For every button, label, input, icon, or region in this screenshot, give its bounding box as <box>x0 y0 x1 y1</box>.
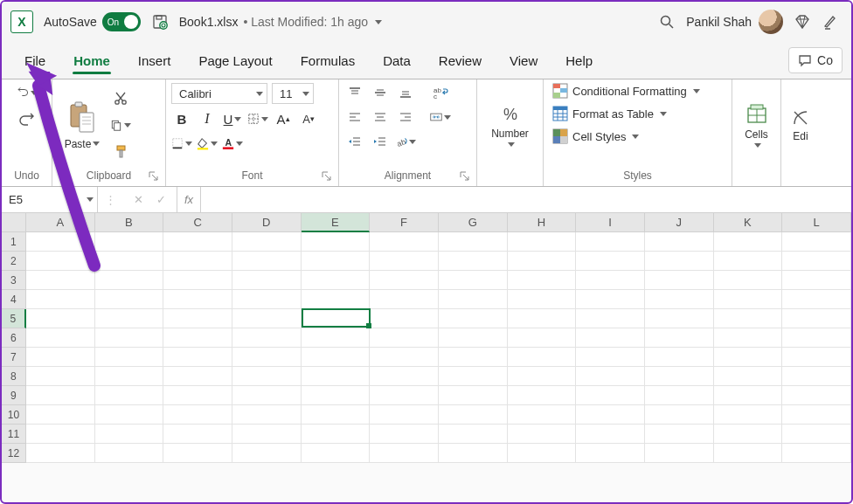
bottom-border-button[interactable] <box>171 134 192 153</box>
cell[interactable] <box>576 425 645 444</box>
paste-button[interactable]: Paste <box>58 100 107 150</box>
merge-center-button[interactable] <box>430 107 451 127</box>
cell[interactable] <box>26 348 95 367</box>
cell[interactable] <box>302 444 371 463</box>
cell[interactable] <box>95 309 164 328</box>
cell[interactable] <box>439 232 508 252</box>
dialog-launcher-icon[interactable] <box>459 170 471 183</box>
cell[interactable] <box>576 252 645 271</box>
orientation-button[interactable]: ab <box>395 132 416 151</box>
cell[interactable] <box>439 252 508 271</box>
dialog-launcher-icon[interactable] <box>321 170 333 183</box>
cell[interactable] <box>163 232 232 252</box>
cell[interactable] <box>645 367 714 386</box>
cell[interactable] <box>714 367 783 386</box>
cell[interactable] <box>645 290 714 309</box>
font-size-select[interactable]: 11 <box>272 83 314 104</box>
cell[interactable] <box>302 309 371 328</box>
cell[interactable] <box>302 232 371 252</box>
cell[interactable] <box>714 348 783 367</box>
cell[interactable] <box>232 309 302 328</box>
cell[interactable] <box>782 348 851 367</box>
number-format-button[interactable]: % Number <box>486 104 535 147</box>
tab-formulas[interactable]: Formulas <box>287 45 370 76</box>
redo-button[interactable] <box>17 111 38 130</box>
decrease-font-button[interactable]: A▾ <box>298 109 319 128</box>
cell[interactable] <box>95 252 164 271</box>
align-left-button[interactable] <box>344 107 365 127</box>
cell[interactable] <box>163 386 232 405</box>
cell[interactable] <box>576 290 645 309</box>
font-name-select[interactable]: Calibri <box>171 83 267 104</box>
cell[interactable] <box>645 444 714 463</box>
tab-file[interactable]: File <box>10 45 59 76</box>
format-painter-button[interactable] <box>110 142 131 161</box>
cell[interactable] <box>645 328 714 348</box>
fx-label[interactable]: fx <box>177 187 201 212</box>
cell[interactable] <box>508 271 577 290</box>
row-header[interactable]: 6 <box>2 328 26 348</box>
cell[interactable] <box>302 271 371 290</box>
cell[interactable] <box>95 444 164 463</box>
cell[interactable] <box>26 252 95 271</box>
cell[interactable] <box>26 386 95 405</box>
tab-view[interactable]: View <box>496 45 551 76</box>
cell[interactable] <box>714 386 783 405</box>
cell[interactable] <box>576 405 645 425</box>
formula-input[interactable] <box>201 187 851 212</box>
cell[interactable] <box>508 425 577 444</box>
column-header[interactable]: F <box>370 213 439 232</box>
align-center-button[interactable] <box>370 107 391 127</box>
cell[interactable] <box>26 444 95 463</box>
cell[interactable] <box>576 367 645 386</box>
cell[interactable] <box>714 405 783 425</box>
cell[interactable] <box>302 328 371 348</box>
row-header[interactable]: 2 <box>2 252 26 271</box>
cell[interactable] <box>232 232 302 252</box>
cell[interactable] <box>576 348 645 367</box>
cell[interactable] <box>439 405 508 425</box>
row-header[interactable]: 4 <box>2 290 26 309</box>
cell[interactable] <box>508 348 577 367</box>
cell[interactable] <box>370 348 439 367</box>
cell[interactable] <box>95 328 164 348</box>
cell[interactable] <box>576 271 645 290</box>
cell[interactable] <box>95 232 164 252</box>
cell[interactable] <box>508 444 577 463</box>
cell[interactable] <box>302 425 371 444</box>
copilot-diamond-icon[interactable] <box>794 13 811 31</box>
spreadsheet-grid[interactable]: ABCDEFGHIJKL 123456789101112 <box>2 213 851 463</box>
cell[interactable] <box>302 405 371 425</box>
cell[interactable] <box>370 405 439 425</box>
cell[interactable] <box>782 405 851 425</box>
cell[interactable] <box>782 444 851 463</box>
cell[interactable] <box>508 252 577 271</box>
row-header[interactable]: 5 <box>2 309 26 328</box>
cell[interactable] <box>26 290 95 309</box>
autosave-toggle[interactable]: On <box>102 12 141 31</box>
cell[interactable] <box>508 367 577 386</box>
cell[interactable] <box>95 425 164 444</box>
cell[interactable] <box>370 425 439 444</box>
column-header[interactable]: K <box>714 213 783 232</box>
cell[interactable] <box>714 309 783 328</box>
cell[interactable] <box>439 425 508 444</box>
row-header[interactable]: 8 <box>2 367 26 386</box>
cell[interactable] <box>370 252 439 271</box>
cell[interactable] <box>439 290 508 309</box>
name-box[interactable]: E5 <box>2 187 98 212</box>
cell[interactable] <box>508 290 577 309</box>
cell[interactable] <box>714 232 783 252</box>
cell[interactable] <box>439 386 508 405</box>
conditional-formatting-button[interactable]: Conditional Formatting <box>552 83 700 99</box>
decrease-indent-button[interactable] <box>344 132 365 151</box>
cell[interactable] <box>714 444 783 463</box>
cell[interactable] <box>232 271 302 290</box>
tab-insert[interactable]: Insert <box>124 45 185 76</box>
document-title[interactable]: Book1.xlsx • Last Modified: 1h ago <box>179 15 382 29</box>
increase-indent-button[interactable] <box>370 132 391 151</box>
column-header[interactable]: J <box>645 213 714 232</box>
cell[interactable] <box>645 232 714 252</box>
cell[interactable] <box>508 328 577 348</box>
cell[interactable] <box>439 348 508 367</box>
